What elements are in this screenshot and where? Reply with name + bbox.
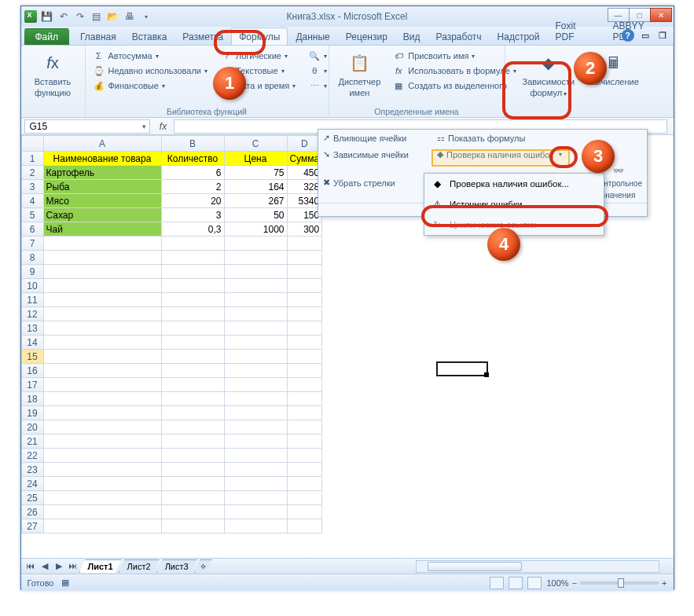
sheet-nav-prev[interactable]: ◀ [39, 561, 51, 571]
cell-A1[interactable]: Наименование товара [43, 152, 161, 166]
error-checking-menu: ◆Проверка наличия ошибок... ⚠Источник ош… [424, 173, 604, 236]
group-names-title: Определенные имена [334, 106, 500, 116]
zoom-value: 100% [546, 578, 568, 588]
tab-layout[interactable]: Разметка [174, 28, 231, 45]
select-all-corner[interactable] [21, 136, 43, 152]
cell-B1[interactable]: Количество [161, 152, 224, 166]
callout-4: 4 [487, 228, 520, 261]
horizontal-scrollbar[interactable] [416, 560, 659, 573]
tab-formulas[interactable]: Формулы [231, 28, 288, 45]
tab-home[interactable]: Главная [72, 28, 124, 45]
more-fn-button[interactable]: ⋯ [306, 79, 329, 93]
row-1[interactable]: 1 [21, 152, 43, 166]
sheet-tabs: ⏮ ◀ ▶ ⏭ Лист1 Лист2 Лист3 ✧ [21, 558, 674, 574]
new-icon[interactable]: ▤ [90, 9, 104, 24]
sheet-nav-next[interactable]: ▶ [53, 561, 65, 571]
col-B[interactable]: B [161, 136, 224, 152]
lookup-button[interactable]: 🔍 [306, 49, 329, 63]
recent-functions-button[interactable]: ⌚Недавно использовали [90, 64, 211, 78]
undo-icon[interactable]: ↶ [57, 9, 71, 24]
use-in-formula-button[interactable]: fxИспользовать в формуле [390, 64, 519, 78]
error-checking-button[interactable]: ◆Проверка наличия ошибок▾ [432, 146, 567, 163]
sheet-tab-2[interactable]: Лист2 [119, 559, 160, 573]
group-funclib-title: Библиотека функций [90, 106, 324, 116]
qat-more-icon[interactable]: ▾ [139, 9, 153, 24]
save-icon[interactable]: 💾 [40, 9, 54, 24]
sheet-tab-3[interactable]: Лист3 [156, 559, 197, 573]
zoom-out-button[interactable]: − [572, 578, 577, 588]
menu-trace-error[interactable]: ⚠Источник ошибки [424, 194, 604, 214]
name-manager-icon: 📋 [347, 50, 372, 75]
cell-D1[interactable]: Сумма [287, 152, 322, 166]
excel-icon [24, 10, 37, 23]
sigma-icon: Σ [93, 50, 105, 62]
menu-error-check[interactable]: ◆Проверка наличия ошибок... [424, 174, 604, 194]
financial-button[interactable]: 💰Финансовые [90, 79, 211, 93]
view-pagebreak-button[interactable] [527, 577, 542, 589]
watch-icon: 👓 [613, 166, 624, 176]
open-icon[interactable]: 📂 [106, 9, 120, 24]
financial-icon: 💰 [93, 79, 105, 92]
tab-insert[interactable]: Вставка [124, 28, 175, 45]
tab-developer[interactable]: Разработч [428, 28, 490, 45]
col-D[interactable]: D [287, 136, 322, 152]
trace-prec-icon: ➚ [323, 133, 330, 143]
remove-arrows-button[interactable]: ✖Убрать стрелки [318, 163, 432, 203]
status-bar: Готово ▦ 100% − + [21, 574, 674, 591]
name-box[interactable]: G15 [24, 119, 150, 134]
view-normal-button[interactable] [490, 577, 504, 589]
window-title: Книга3.xlsx - Microsoft Excel [287, 11, 408, 22]
callout-3: 3 [582, 140, 615, 173]
create-from-selection-button[interactable]: ▦Создать из выделенного [390, 79, 519, 93]
remove-arrows-icon: ✖ [323, 178, 330, 188]
math-icon: θ [308, 64, 321, 77]
insert-function-button[interactable]: fx Вставить функцию [26, 49, 80, 99]
col-A[interactable]: A [43, 136, 161, 152]
recent-icon: ⌚ [93, 64, 105, 77]
trace-error-icon: ⚠ [431, 198, 443, 211]
trace-dep-icon: ➘ [323, 149, 330, 160]
minimize-ribbon-icon[interactable]: ▭ [639, 29, 652, 42]
tab-data[interactable]: Данные [288, 28, 337, 45]
ribbon-tabs: Файл Главная Вставка Разметка Формулы Да… [21, 27, 674, 46]
tab-review[interactable]: Рецензир [338, 28, 395, 45]
show-formulas-button[interactable]: ⚏Показать формулы [432, 130, 530, 146]
autosum-button[interactable]: ΣАвтосумма [90, 49, 211, 63]
cell-C1[interactable]: Цена [224, 152, 287, 166]
define-name-button[interactable]: 🏷Присвоить имя [390, 49, 519, 63]
print-icon[interactable]: 🖶 [123, 9, 137, 24]
tab-file[interactable]: Файл [24, 28, 70, 45]
quick-access-toolbar: 💾 ↶ ↷ ▤ 📂 🖶 ▾ [40, 9, 153, 24]
name-manager-button[interactable]: 📋 Диспетчер имен [334, 49, 386, 106]
tab-addins[interactable]: Надстрой [490, 28, 548, 45]
view-layout-button[interactable] [509, 577, 523, 589]
tab-foxit[interactable]: Foxit PDF [547, 16, 604, 45]
error-check-icon: ◆ [437, 149, 443, 160]
create-icon: ▦ [392, 79, 405, 92]
redo-icon[interactable]: ↷ [73, 9, 87, 24]
error-check-icon: ◆ [431, 178, 443, 190]
macro-record-icon[interactable]: ▦ [61, 578, 69, 588]
help-icon[interactable]: ? [622, 29, 634, 42]
sheet-tab-1[interactable]: Лист1 [79, 559, 122, 573]
restore-window-icon[interactable]: ❐ [656, 29, 669, 42]
sheet-nav-last[interactable]: ⏭ [67, 561, 79, 571]
trace-precedents-button[interactable]: ➚Влияющие ячейки [318, 130, 432, 146]
sheet-nav-first[interactable]: ⏮ [24, 561, 37, 571]
trace-dependents-button[interactable]: ➘Зависимые ячейки [318, 146, 432, 163]
col-C[interactable]: C [224, 136, 287, 152]
fx-button[interactable]: fx [156, 121, 171, 132]
zoom-in-button[interactable]: + [662, 578, 666, 588]
formula-auditing-button[interactable]: ◆ Зависимости формул [518, 49, 580, 116]
callout-1: 1 [213, 67, 246, 100]
circular-icon: ↻ [431, 218, 443, 231]
logical-button[interactable]: ?Логические [218, 49, 298, 63]
math-button[interactable]: θ [306, 64, 329, 78]
new-sheet-button[interactable]: ✧ [194, 559, 212, 574]
tag-icon: 🏷 [392, 50, 405, 62]
fx-small-icon: fx [392, 64, 405, 77]
insert-fn-label2: функцию [35, 88, 71, 97]
more-icon: ⋯ [308, 79, 321, 92]
zoom-slider[interactable] [580, 581, 659, 585]
tab-view[interactable]: Вид [395, 28, 428, 45]
